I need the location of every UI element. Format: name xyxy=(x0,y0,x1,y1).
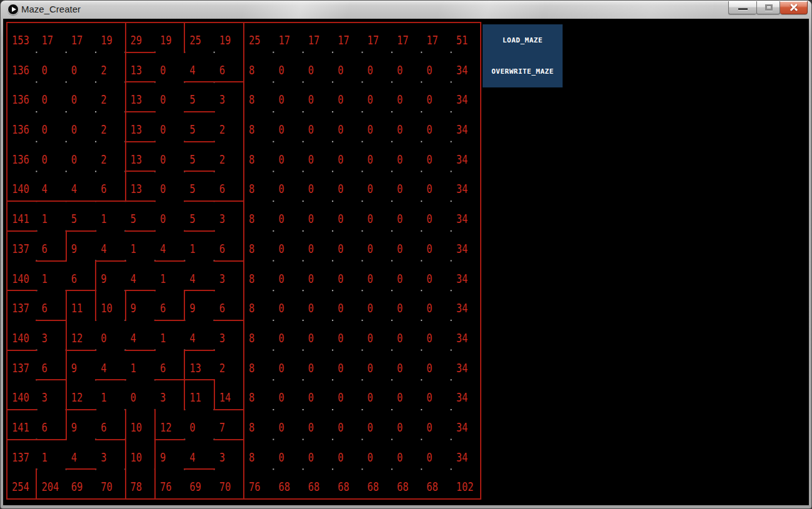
maze-cell-value: 6 xyxy=(41,420,47,435)
maze-post xyxy=(362,230,363,232)
maze-cell-value: 8 xyxy=(249,62,254,77)
maze-post xyxy=(451,468,452,470)
maze-post xyxy=(362,350,363,351)
title-bar[interactable]: Maze_Creater xyxy=(1,1,811,19)
maze-cell-value: 0 xyxy=(41,92,47,107)
maze-cell-value: 8 xyxy=(249,390,254,405)
maze-cell-value: 0 xyxy=(426,420,432,435)
maze-cell-value: 1 xyxy=(101,211,106,226)
maze-post xyxy=(391,111,393,112)
maze-cell-value: 0 xyxy=(368,152,373,167)
maze-cell-value: 0 xyxy=(426,211,432,226)
maze-post xyxy=(273,468,274,470)
maze-cell-value: 0 xyxy=(397,390,403,405)
maze-cell-value: 0 xyxy=(426,390,432,405)
maze-cell-value: 6 xyxy=(219,241,225,256)
maze-cell-value: 3 xyxy=(160,390,166,405)
maze-post xyxy=(391,52,393,53)
maze-cell-value: 6 xyxy=(101,181,106,196)
maze-cell-value: 0 xyxy=(368,122,373,137)
maze-post xyxy=(332,409,333,410)
maze-cell-value: 4 xyxy=(131,271,136,286)
maze-cell-value: 5 xyxy=(71,211,77,226)
maze-post xyxy=(303,230,304,232)
load-maze-button[interactable]: LOAD_MAZE xyxy=(483,24,563,56)
maze-cell-value: 136 xyxy=(12,62,29,77)
maze-cell-value: 10 xyxy=(131,450,143,465)
maze-post xyxy=(303,81,304,82)
content-area: 1531717192919251925171717171717511360021… xyxy=(3,19,809,505)
maze-post xyxy=(451,52,452,53)
maze-post xyxy=(66,52,67,53)
maze-cell-value: 34 xyxy=(456,122,468,137)
maze-post xyxy=(36,111,37,112)
maze-cell-value: 136 xyxy=(12,92,29,107)
maze-post xyxy=(66,81,67,82)
maze-post xyxy=(421,141,422,142)
maze-post xyxy=(332,379,333,380)
maze-cell-value: 17 xyxy=(41,32,53,47)
maze-post xyxy=(332,111,333,112)
screen: Maze_Creater 153171719291925192517171717… xyxy=(0,0,812,509)
maze-cell-value: 76 xyxy=(160,479,172,494)
maze-cell-value: 0 xyxy=(397,152,403,167)
maze-cell-value: 68 xyxy=(278,479,290,494)
maze-cell-value: 4 xyxy=(71,181,77,196)
maze-cell-value: 17 xyxy=(308,32,320,47)
maximize-button[interactable] xyxy=(756,1,780,14)
maze-post xyxy=(421,81,422,82)
maze-post xyxy=(332,290,333,291)
maze-cell-value: 4 xyxy=(160,241,166,256)
maze-cell-value: 0 xyxy=(368,420,373,435)
maze-post xyxy=(391,468,393,470)
maze-cell-value: 8 xyxy=(249,330,254,345)
close-button[interactable] xyxy=(780,1,808,14)
maze-canvas[interactable]: 1531717192919251925171717171717511360021… xyxy=(3,19,809,505)
maze-cell-value: 17 xyxy=(338,32,349,47)
maze-cell-value: 0 xyxy=(278,330,284,345)
maze-cell-value: 0 xyxy=(278,360,284,375)
maze-post xyxy=(451,230,452,232)
maze-cell-value: 7 xyxy=(219,420,225,435)
maze-cell-value: 3 xyxy=(219,211,225,226)
window-title: Maze_Creater xyxy=(21,4,81,14)
maze-cell-value: 14 xyxy=(219,390,231,405)
maze-post xyxy=(362,81,363,82)
maze-post xyxy=(451,81,452,82)
maze-post xyxy=(273,81,274,82)
maze-post xyxy=(362,468,363,470)
maze-cell-value: 13 xyxy=(131,92,143,107)
maze-cell-value: 0 xyxy=(368,390,373,405)
maze-post xyxy=(391,290,393,291)
maze-cell-value: 12 xyxy=(71,330,83,345)
maze-cell-value: 0 xyxy=(160,92,166,107)
maze-cell-value: 8 xyxy=(249,211,254,226)
maze-cell-value: 12 xyxy=(71,390,83,405)
maze-post xyxy=(36,52,37,53)
maze-cell-value: 0 xyxy=(160,152,166,167)
titlebar-sheen xyxy=(1,1,811,19)
maze-cell-value: 204 xyxy=(41,479,59,494)
maze-cell-value: 140 xyxy=(12,330,29,345)
maze-cell-value: 0 xyxy=(278,181,284,196)
maze-cell-value: 9 xyxy=(131,300,136,315)
maze-post xyxy=(421,260,422,262)
maze-post xyxy=(451,170,452,172)
minimize-button[interactable] xyxy=(728,1,756,14)
maze-post xyxy=(362,200,363,202)
maze-post xyxy=(451,260,452,262)
minimize-icon xyxy=(738,8,748,10)
maze-cell-value: 0 xyxy=(308,152,314,167)
maze-cell-value: 0 xyxy=(308,390,314,405)
maze-cell-value: 12 xyxy=(160,420,172,435)
maze-cell-value: 4 xyxy=(101,360,106,375)
maze-cell-value: 140 xyxy=(12,271,29,286)
maze-cell-value: 68 xyxy=(426,479,438,494)
overwrite-maze-button[interactable]: OVERWRITE_MAZE xyxy=(483,56,563,88)
maze-cell-value: 6 xyxy=(41,360,47,375)
maze-actions-panel: LOAD_MAZE OVERWRITE_MAZE xyxy=(483,24,563,87)
maze-cell-value: 0 xyxy=(160,62,166,77)
maze-cell-value: 11 xyxy=(71,300,83,315)
maze-cell-value: 13 xyxy=(131,122,143,137)
maze-post xyxy=(362,170,363,172)
